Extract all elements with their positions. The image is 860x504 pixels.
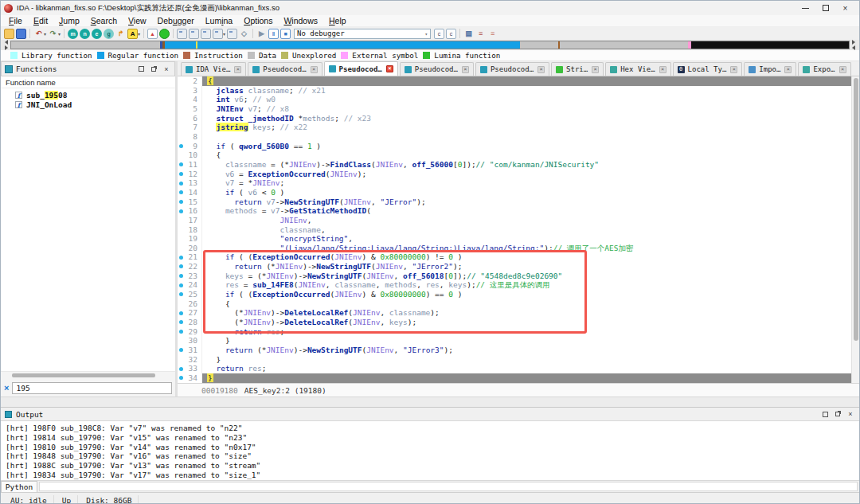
- tab-close-icon[interactable]: ×: [730, 66, 737, 73]
- redo-icon[interactable]: ↷: [48, 29, 58, 39]
- navband-left-arrows-icon[interactable]: [2, 41, 10, 49]
- tab-hex-vie-[interactable]: Hex Vie…×: [605, 62, 670, 76]
- code-line-18[interactable]: 18 classname,: [178, 225, 851, 235]
- code-line-34[interactable]: 34}: [178, 373, 851, 383]
- menu-debugger[interactable]: Debugger: [152, 16, 200, 25]
- function-name-column-header[interactable]: Function name: [1, 76, 175, 88]
- debugger-window-icon-5[interactable]: [227, 29, 237, 39]
- function-list-item[interactable]: fsub_19508: [1, 90, 175, 100]
- code-line-23[interactable]: 23 keys = (*JNIEnv)->NewStringUTF(JNIEnv…: [178, 272, 851, 281]
- code-line-29[interactable]: 29 return res;: [178, 327, 851, 337]
- code-line-11[interactable]: 11 classname = (*JNIEnv)->FindClass(JNIE…: [178, 160, 851, 170]
- code-line-17[interactable]: 17 JNIEnv,: [178, 216, 851, 225]
- menu-search[interactable]: Search: [85, 16, 123, 25]
- refresh-attach-icon[interactable]: c: [446, 29, 456, 39]
- console-input[interactable]: [39, 482, 858, 491]
- tab-pseudocod-[interactable]: Pseudocod…×: [324, 61, 398, 76]
- code-line-28[interactable]: 28 (*JNIEnv)->DeleteLocalRef(JNIEnv, key…: [178, 318, 851, 327]
- code-line-31[interactable]: 31 return (*JNIEnv)->NewStringUTF(JNIEnv…: [178, 346, 851, 355]
- debugger-select[interactable]: No debugger▾: [294, 29, 431, 39]
- navband-strip[interactable]: [10, 41, 850, 49]
- tab-expo-[interactable]: Expo…×: [798, 62, 850, 76]
- debugger-window-icon-4[interactable]: [213, 29, 223, 39]
- code-line-32[interactable]: 32 }: [178, 355, 851, 365]
- tab-close-icon[interactable]: ×: [784, 66, 792, 73]
- tab-close-icon[interactable]: ×: [592, 66, 599, 73]
- tab-close-icon[interactable]: ×: [839, 66, 846, 73]
- maximize-button[interactable]: [821, 4, 830, 13]
- panel-close-icon[interactable]: ×: [163, 66, 170, 72]
- panel-splitter[interactable]: [1, 397, 859, 407]
- tab-close-icon[interactable]: ×: [386, 65, 393, 72]
- tab-close-icon[interactable]: ×: [234, 66, 241, 73]
- tab-close-icon[interactable]: ×: [462, 66, 469, 73]
- structs-window-icon[interactable]: g: [104, 29, 114, 39]
- tab-impo-[interactable]: Impo…×: [744, 62, 796, 76]
- code-line-10[interactable]: 10 {: [178, 150, 851, 160]
- run-indicator-icon[interactable]: [159, 29, 170, 39]
- code-line-5[interactable]: 5 JNIEnv v7; // x8: [178, 104, 851, 114]
- code-line-21[interactable]: 21 if ( (ExceptionOccurred(JNIEnv) & 0x8…: [178, 252, 851, 262]
- save-icon[interactable]: [16, 29, 26, 39]
- code-line-15[interactable]: 15 return v7->NewStringUTF(JNIEnv, "JErr…: [178, 197, 851, 207]
- breakpoints-icon[interactable]: ▲: [147, 29, 158, 39]
- menu-help[interactable]: Help: [323, 16, 352, 25]
- attach-icon[interactable]: c: [434, 29, 444, 39]
- stack-view-icon[interactable]: ▤: [463, 29, 474, 39]
- code-line-27[interactable]: 27 (*JNIEnv)->DeleteLocalRef(JNIEnv, cla…: [178, 308, 851, 318]
- function-list-item[interactable]: fJNI_OnLoad: [1, 100, 175, 109]
- pseudocode-view[interactable]: 2{3 jclass classname; // x214 int v6; //…: [178, 76, 859, 383]
- tab-local-ty-[interactable]: 0Local Ty…×: [673, 62, 743, 76]
- function-filter-input[interactable]: [12, 382, 172, 394]
- tab-pseudocod-[interactable]: Pseudocod…×: [400, 62, 474, 76]
- code-line-8[interactable]: 8: [178, 132, 851, 142]
- panel-close-icon[interactable]: ×: [847, 411, 854, 417]
- code-line-26[interactable]: 26 {: [178, 299, 851, 309]
- dropdown-caret-icon[interactable]: ▾: [44, 31, 46, 37]
- minimize-button[interactable]: [801, 4, 810, 13]
- functions-horizontal-scrollbar[interactable]: [1, 371, 175, 379]
- tab-ida-vie-[interactable]: IDA Vie…×: [181, 62, 246, 76]
- menu-options[interactable]: Options: [238, 16, 278, 25]
- undo-icon[interactable]: ↶: [33, 29, 44, 39]
- enums-window-icon[interactable]: e: [92, 29, 102, 39]
- panel-float-icon[interactable]: [150, 66, 157, 72]
- open-file-icon[interactable]: [4, 29, 14, 39]
- debugger-window-icon-2[interactable]: [189, 29, 199, 39]
- pause-process-icon[interactable]: ‖: [268, 29, 279, 39]
- text-a-icon[interactable]: A: [127, 29, 138, 39]
- code-vertical-scrollbar[interactable]: [851, 76, 859, 383]
- menu-windows[interactable]: Windows: [278, 16, 323, 25]
- menu-view[interactable]: View: [123, 16, 152, 25]
- start-process-icon[interactable]: ▶: [256, 29, 267, 39]
- code-line-16[interactable]: 16 methods = v7->GetStaticMethodID(: [178, 206, 851, 216]
- code-line-6[interactable]: 6 struct _jmethodID *methods; // x23: [178, 114, 851, 123]
- names-window-icon[interactable]: n: [80, 29, 90, 39]
- code-line-19[interactable]: 19 "encryptString",: [178, 234, 851, 244]
- code-line-24[interactable]: 24 res = sub_14FE8(JNIEnv, classname, me…: [178, 280, 851, 290]
- python-prompt-button[interactable]: Python: [1, 481, 37, 492]
- code-line-9[interactable]: 9 if ( qword_560B0 == 1 ): [178, 142, 851, 151]
- code-line-2[interactable]: 2{: [178, 76, 851, 86]
- code-line-13[interactable]: 13 v7 = *JNIEnv;: [178, 178, 851, 188]
- tab-stri-[interactable]: Stri…×: [551, 62, 604, 76]
- panel-float-icon[interactable]: [835, 411, 841, 417]
- step-into-icon[interactable]: ≡: [475, 29, 486, 39]
- tab-close-icon[interactable]: ×: [659, 66, 666, 73]
- step-over-icon[interactable]: ≡: [487, 29, 498, 39]
- code-line-7[interactable]: 7 jstring keys; // x22: [178, 123, 851, 132]
- tab-pseudocod-[interactable]: Pseudocod…×: [248, 62, 322, 76]
- code-line-22[interactable]: 22 return (*JNIEnv)->NewStringUTF(JNIEnv…: [178, 262, 851, 272]
- code-line-12[interactable]: 12 v6 = ExceptionOccurred(JNIEnv);: [178, 170, 851, 179]
- watch-diamond-icon[interactable]: ◇: [239, 29, 249, 39]
- navband-right-arrows-icon[interactable]: [850, 41, 858, 49]
- menu-lumina[interactable]: Lumina: [200, 16, 238, 25]
- stop-process-icon[interactable]: ■: [280, 29, 291, 39]
- code-line-20[interactable]: 20 "(Ljava/lang/String;Ljava/lang/String…: [178, 244, 851, 253]
- tab-close-icon[interactable]: ×: [311, 66, 318, 73]
- code-line-30[interactable]: 30 }: [178, 336, 851, 346]
- close-button[interactable]: ×: [841, 4, 850, 13]
- code-line-25[interactable]: 25 if ( (ExceptionOccurred(JNIEnv) & 0x8…: [178, 290, 851, 299]
- dropdown-caret-icon[interactable]: ▾: [58, 31, 61, 37]
- code-line-33[interactable]: 33 return res;: [178, 364, 851, 373]
